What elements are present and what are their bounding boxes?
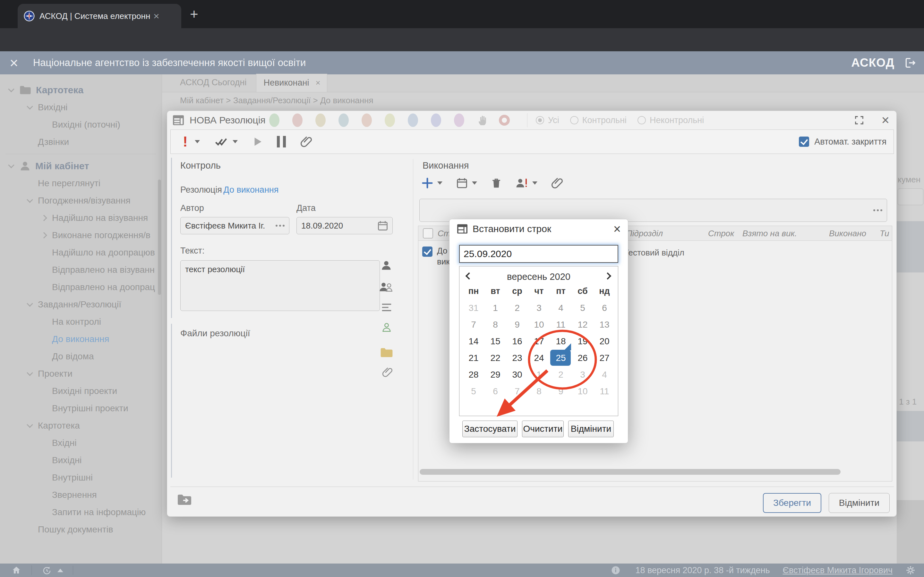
priority-icon[interactable]: !: [183, 134, 188, 150]
calendar-day[interactable]: 14: [463, 333, 485, 350]
calendar-day[interactable]: 7: [463, 316, 485, 333]
chevron-right-icon[interactable]: [41, 215, 47, 221]
files-paperclip-icon[interactable]: [382, 367, 393, 378]
popup-close-icon[interactable]: ×: [614, 222, 621, 236]
sidebar-item-погодження-візування[interactable]: Погодження/візування: [0, 192, 162, 210]
sidebar-item-вхідні[interactable]: Вхідні: [0, 434, 162, 452]
chevron-down-icon[interactable]: [8, 162, 15, 168]
sidebar-item-проекти[interactable]: Проекти: [0, 365, 162, 382]
calendar-day[interactable]: 12: [572, 316, 594, 333]
calendar-day[interactable]: 2: [506, 300, 528, 316]
calendar-day[interactable]: 13: [594, 316, 615, 333]
chevron-down-icon[interactable]: [8, 86, 15, 92]
calendar-day[interactable]: 7: [506, 383, 528, 400]
calendar-day[interactable]: 4: [594, 366, 615, 383]
row-checkbox-checked[interactable]: [422, 247, 433, 257]
calendar-day[interactable]: 22: [485, 350, 506, 366]
term-calendar-icon[interactable]: [456, 177, 468, 189]
dialog-close-icon[interactable]: ×: [881, 115, 889, 126]
calendar-day[interactable]: 8: [528, 383, 550, 400]
home-icon[interactable]: [11, 566, 21, 575]
calendar-day[interactable]: 6: [594, 300, 615, 316]
calendar-day[interactable]: 19: [572, 333, 594, 350]
tab-askod-today[interactable]: АСКОД Сьогодні: [162, 77, 256, 92]
calendar-icon[interactable]: [377, 220, 389, 231]
author-picker-ellipsis-icon[interactable]: [276, 225, 289, 227]
calendar-day[interactable]: 4: [550, 300, 572, 316]
add-plus-icon[interactable]: [421, 177, 433, 189]
list-icon[interactable]: [381, 303, 392, 312]
apply-button[interactable]: Застосувати: [462, 421, 517, 437]
sidebar-item-не-переглянуті[interactable]: Не переглянуті: [0, 175, 162, 192]
calendar-day[interactable]: 9: [506, 316, 528, 333]
calendar-day[interactable]: 27: [594, 350, 615, 366]
executor-person-icon[interactable]: [381, 259, 392, 271]
sidebar-item-надійшло-на-візування[interactable]: Надійшло на візування: [0, 210, 162, 227]
tab-close-icon[interactable]: ×: [315, 78, 320, 88]
calendar-day[interactable]: 8: [485, 316, 506, 333]
tab-unfulfilled[interactable]: Невиконані×: [256, 74, 327, 92]
calendar-day[interactable]: 5: [463, 383, 485, 400]
calendar-day[interactable]: 1: [528, 366, 550, 383]
sidebar-item-запити-на-інформацію[interactable]: Запити на інформацію: [0, 504, 162, 521]
calendar-day[interactable]: 28: [463, 366, 485, 383]
sidebar-item-вихідні[interactable]: Вихідні: [0, 99, 162, 116]
sidebar-item-відправлено-на-візуванн[interactable]: Відправлено на візуванн: [0, 261, 162, 279]
new-tab-button[interactable]: +: [190, 8, 198, 20]
sidebar-item-виконане-погодження-в[interactable]: Виконане погодження/в: [0, 227, 162, 244]
add-executor-icon[interactable]: [379, 281, 393, 293]
select-all-checkbox[interactable]: [423, 228, 433, 239]
history-icon[interactable]: [42, 566, 52, 575]
calendar-day[interactable]: 16: [506, 333, 528, 350]
column-header-4[interactable]: Виконано: [829, 229, 866, 239]
table-horizontal-scrollbar[interactable]: [420, 469, 841, 475]
history-expand-caret-icon[interactable]: [57, 569, 63, 572]
calendar-day-selected[interactable]: 25: [550, 350, 572, 366]
calendar-day[interactable]: 29: [485, 366, 506, 383]
sidebar-item-вихідні[interactable]: Вихідні: [0, 452, 162, 469]
chevron-down-icon[interactable]: [27, 300, 33, 307]
fullscreen-icon[interactable]: [854, 115, 865, 126]
calendar-day[interactable]: 10: [528, 316, 550, 333]
save-button[interactable]: Зберегти: [763, 493, 821, 513]
sidebar-close-icon[interactable]: ×: [10, 54, 18, 71]
settings-gear-icon[interactable]: [905, 565, 916, 575]
calendar-day[interactable]: 1: [485, 300, 506, 316]
move-to-folder-icon[interactable]: [177, 493, 192, 506]
play-icon[interactable]: [252, 136, 263, 147]
tab-close-icon[interactable]: ×: [153, 10, 160, 22]
calendar-day[interactable]: 10: [572, 383, 594, 400]
double-check-icon[interactable]: [214, 135, 228, 149]
calendar-day[interactable]: 2: [550, 366, 572, 383]
sidebar-item-картотека[interactable]: Картотека: [0, 417, 162, 434]
executor-alert-icon[interactable]: [515, 177, 528, 189]
calendar-day[interactable]: 24: [528, 350, 550, 366]
sidebar-item-мій-кабінет[interactable]: Мій кабінет: [0, 157, 162, 175]
filter-ellipsis-icon[interactable]: [873, 210, 887, 211]
sidebar-item-картотека[interactable]: Картотека: [0, 81, 162, 99]
execution-filter-input[interactable]: [419, 199, 887, 222]
calendar-day[interactable]: 21: [463, 350, 485, 366]
sidebar-item-до-виконання[interactable]: До виконання: [0, 330, 162, 348]
pause-icon[interactable]: [277, 136, 286, 147]
add-caret-icon[interactable]: [437, 181, 443, 185]
check-caret-icon[interactable]: [233, 140, 238, 143]
sidebar-item-вихідні-проекти[interactable]: Вихідні проекти: [0, 382, 162, 400]
calendar-day[interactable]: 11: [594, 383, 615, 400]
calendar-day[interactable]: 6: [485, 383, 506, 400]
clear-button[interactable]: Очистити: [522, 421, 564, 437]
calendar-day[interactable]: 23: [506, 350, 528, 366]
chevron-down-icon[interactable]: [27, 197, 33, 203]
calendar-day[interactable]: 3: [572, 366, 594, 383]
popup-cancel-button[interactable]: Відмінити: [568, 421, 614, 437]
column-header-3[interactable]: Взято на вик.: [742, 229, 797, 239]
sidebar-item-на-контролі[interactable]: На контролі: [0, 313, 162, 330]
calendar-day[interactable]: 17: [528, 333, 550, 350]
date-field[interactable]: 18.09.2020: [296, 217, 393, 234]
attach-paperclip-icon[interactable]: [300, 135, 312, 148]
executor-caret-icon[interactable]: [532, 181, 537, 185]
sidebar-item-вихідні-поточні-[interactable]: Вихідні (поточні): [0, 116, 162, 133]
calendar-day[interactable]: 20: [594, 333, 615, 350]
chevron-down-icon[interactable]: [27, 370, 33, 376]
sidebar-item-відправлено-на-доопрац[interactable]: Відправлено на доопрац: [0, 279, 162, 296]
